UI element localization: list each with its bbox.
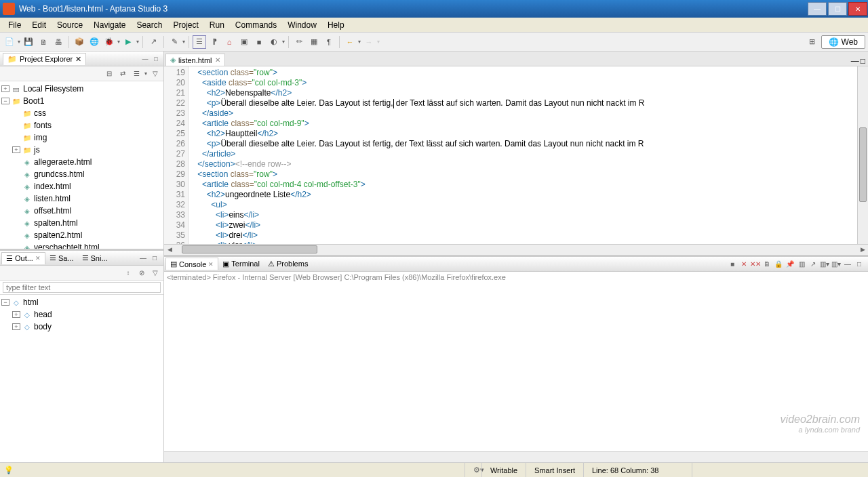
tree-item[interactable]: 📁img bbox=[1, 131, 162, 144]
samples-tab[interactable]: ☰ Sa... bbox=[45, 252, 78, 264]
web-perspective-button[interactable]: 🌐 Web bbox=[821, 35, 865, 49]
run-button[interactable]: ▶ bbox=[121, 35, 135, 49]
project-tree[interactable]: +🖴Local Filesystem−📁Boot1📁css📁fonts📁img+… bbox=[0, 81, 163, 249]
view-menu-button[interactable]: ▽ bbox=[150, 268, 161, 279]
minimize-view-button[interactable]: ― bbox=[138, 253, 148, 263]
new-button[interactable]: 📄 bbox=[3, 35, 16, 49]
tree-item[interactable]: 📁fonts bbox=[1, 119, 162, 131]
horizontal-scroll-thumb[interactable] bbox=[182, 245, 317, 253]
menu-window[interactable]: Window bbox=[282, 19, 322, 31]
scroll-left-button[interactable]: ◀ bbox=[164, 246, 175, 253]
external-button[interactable]: ↗ bbox=[146, 35, 160, 49]
pilcrow-button[interactable]: ¶ bbox=[322, 35, 336, 49]
console-scrollbar[interactable] bbox=[164, 451, 868, 462]
preview-button[interactable]: ▣ bbox=[237, 35, 251, 49]
horizontal-scrollbar[interactable]: ◀ ▶ bbox=[164, 244, 868, 255]
outline-item[interactable]: −◇html bbox=[1, 296, 162, 308]
save-button[interactable]: 💾 bbox=[22, 35, 35, 49]
console-output[interactable]: <terminated> Firefox - Internal Server [… bbox=[164, 272, 868, 452]
tree-item[interactable]: ◈spalten.html bbox=[1, 217, 162, 229]
close-icon[interactable]: ✕ bbox=[75, 55, 81, 64]
tree-item[interactable]: ◈grundcss.html bbox=[1, 168, 162, 180]
outline-tab[interactable]: ☰ Out... ✕ bbox=[1, 252, 45, 264]
display-console-button[interactable]: ▥ bbox=[797, 259, 806, 268]
menu-project[interactable]: Project bbox=[167, 19, 203, 31]
whitespace-button[interactable]: ⁋ bbox=[208, 35, 221, 49]
wand-button[interactable]: ✎ bbox=[167, 35, 181, 49]
vertical-scrollbar[interactable] bbox=[857, 66, 868, 244]
vertical-scroll-thumb[interactable] bbox=[859, 127, 867, 202]
open-console-button[interactable]: ↗ bbox=[808, 259, 818, 268]
tree-item[interactable]: ◈listen.html bbox=[1, 192, 162, 205]
outline-tree[interactable]: −◇html+◇head+◇body bbox=[0, 295, 163, 462]
tree-item[interactable]: +📁js bbox=[1, 144, 162, 156]
maximize-view-button[interactable]: □ bbox=[854, 259, 864, 268]
highlight-button[interactable]: ✏ bbox=[292, 35, 306, 49]
project-explorer-tab[interactable]: 📁 Project Explorer ✕ bbox=[3, 53, 86, 65]
select-console-button[interactable]: ▥▾ bbox=[820, 259, 829, 268]
new-console-button[interactable]: ▥▾ bbox=[831, 259, 841, 268]
minimize-view-button[interactable]: ― bbox=[140, 54, 150, 64]
word-wrap-button[interactable]: ☰ bbox=[193, 35, 206, 49]
scroll-right-button[interactable]: ▶ bbox=[857, 246, 868, 253]
code-editor[interactable]: 1920212223242526272829303132333435363738… bbox=[164, 66, 868, 244]
problems-tab[interactable]: ⚠ Problems bbox=[264, 258, 312, 270]
collapse-all-button[interactable]: ⊟ bbox=[104, 68, 115, 79]
tree-item[interactable]: −📁Boot1 bbox=[1, 95, 162, 107]
tree-item[interactable]: ◈verschachtelt.html bbox=[1, 241, 162, 249]
pin-console-button[interactable]: 📌 bbox=[785, 259, 795, 268]
home-button[interactable]: ⌂ bbox=[222, 35, 236, 49]
gear-icon[interactable]: ⚙▾ bbox=[465, 463, 481, 477]
back-button[interactable]: ← bbox=[343, 35, 357, 49]
hide-button[interactable]: ⊘ bbox=[136, 268, 147, 279]
minimize-editor-button[interactable]: ― bbox=[851, 56, 859, 66]
menu-search[interactable]: Search bbox=[131, 19, 167, 31]
maximize-button[interactable]: ☐ bbox=[828, 2, 847, 16]
debug-button[interactable]: 🐞 bbox=[102, 35, 116, 49]
menu-run[interactable]: Run bbox=[204, 19, 230, 31]
close-icon[interactable]: ✕ bbox=[215, 56, 220, 64]
block-button[interactable]: ▦ bbox=[307, 35, 321, 49]
terminate-button[interactable]: ■ bbox=[728, 259, 737, 268]
tree-item[interactable]: 📁css bbox=[1, 107, 162, 119]
maximize-editor-button[interactable]: □ bbox=[861, 56, 865, 66]
close-window-button[interactable]: ✕ bbox=[848, 2, 867, 16]
outline-item[interactable]: +◇head bbox=[1, 308, 162, 321]
filter-button[interactable]: ☰ bbox=[131, 68, 142, 79]
minimize-view-button[interactable]: ― bbox=[843, 259, 852, 268]
sort-button[interactable]: ↕ bbox=[123, 268, 134, 279]
remove-all-button[interactable]: ✕✕ bbox=[751, 259, 760, 268]
outline-filter-input[interactable] bbox=[3, 282, 161, 293]
forward-button[interactable]: → bbox=[362, 35, 376, 49]
link-editor-button[interactable]: ⇄ bbox=[117, 68, 128, 79]
tree-item[interactable]: ◈offset.html bbox=[1, 205, 162, 217]
snippets-tab[interactable]: ☰ Sni... bbox=[78, 252, 112, 264]
minimize-button[interactable]: — bbox=[808, 2, 827, 16]
code-area[interactable]: <section class="row"> <aside class="col … bbox=[189, 66, 857, 244]
menu-commands[interactable]: Commands bbox=[230, 19, 282, 31]
menu-help[interactable]: Help bbox=[322, 19, 350, 31]
outline-item[interactable]: +◇body bbox=[1, 321, 162, 333]
theme-button[interactable]: ◐ bbox=[267, 35, 281, 49]
tree-item[interactable]: ◈spalten2.html bbox=[1, 229, 162, 241]
tree-item[interactable]: ◈index.html bbox=[1, 180, 162, 192]
editor-tab-listen[interactable]: ◈ listen.html ✕ bbox=[165, 54, 225, 66]
menu-file[interactable]: File bbox=[3, 19, 26, 31]
clear-console-button[interactable]: 🗎 bbox=[762, 259, 772, 268]
tree-item[interactable]: ◈allegeraete.html bbox=[1, 156, 162, 168]
print-button[interactable]: 🖶 bbox=[52, 35, 65, 49]
maximize-view-button[interactable]: □ bbox=[150, 253, 159, 263]
dark-button[interactable]: ■ bbox=[252, 35, 266, 49]
console-tab[interactable]: ▤ Console ✕ bbox=[165, 258, 218, 270]
view-menu-button[interactable]: ▽ bbox=[150, 68, 161, 79]
save-all-button[interactable]: 🗎 bbox=[37, 35, 50, 49]
maximize-view-button[interactable]: □ bbox=[151, 54, 161, 64]
menu-navigate[interactable]: Navigate bbox=[88, 19, 131, 31]
menu-source[interactable]: Source bbox=[52, 19, 88, 31]
scroll-lock-button[interactable]: 🔒 bbox=[774, 259, 783, 268]
deploy-button[interactable]: 📦 bbox=[73, 35, 86, 49]
perspective-switcher-icon[interactable]: ⊞ bbox=[805, 35, 818, 49]
globe-button[interactable]: 🌐 bbox=[87, 35, 101, 49]
tree-item[interactable]: +🖴Local Filesystem bbox=[1, 83, 162, 95]
menu-edit[interactable]: Edit bbox=[26, 19, 52, 31]
